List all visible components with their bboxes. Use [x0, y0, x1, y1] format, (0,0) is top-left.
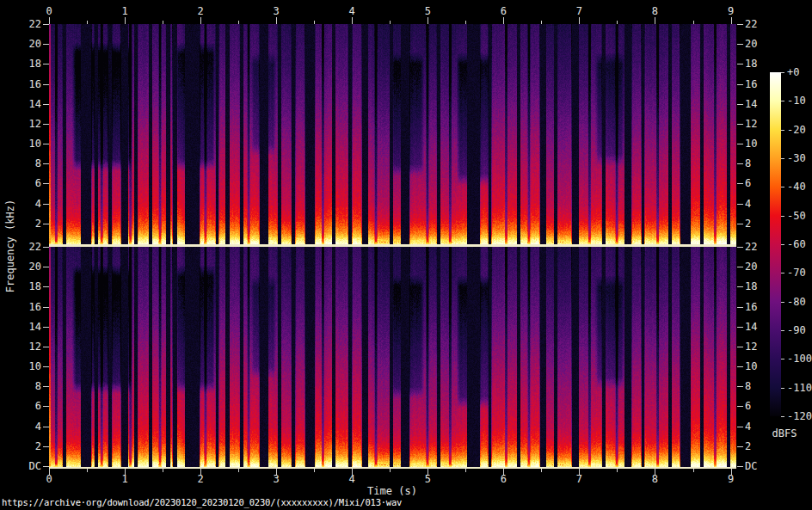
- freq-tick-left: [43, 124, 49, 125]
- colorbar-tick: [781, 101, 784, 101]
- time-tick-label-top: 6: [501, 5, 507, 17]
- freq-tick-label-left: 2: [15, 440, 41, 452]
- freq-tick-right: [737, 24, 743, 25]
- spectrogram-figure: 0011223344556677889922222020181816161414…: [0, 0, 812, 510]
- time-tick-label-bottom: 7: [576, 473, 582, 485]
- freq-tick-left: [43, 224, 49, 224]
- freq-tick-left: [43, 24, 49, 25]
- freq-tick-label-left: 18: [15, 280, 41, 292]
- freq-tick-right: [737, 427, 743, 427]
- freq-tick-label-left: 12: [15, 118, 41, 130]
- freq-tick-right: [737, 307, 743, 308]
- colorbar-tick-label: -70: [787, 267, 806, 279]
- freq-tick-label-right: 12: [745, 341, 757, 353]
- freq-tick-left: [43, 366, 49, 367]
- freq-tick-left: [43, 44, 49, 45]
- time-minor-tick-top: [390, 21, 391, 24]
- colorbar-gradient: [770, 72, 781, 416]
- time-minor-tick-bottom: [617, 469, 618, 472]
- freq-tick-label-right: 12: [745, 118, 757, 130]
- colorbar-tick: [781, 330, 784, 331]
- freq-tick-label-left: 18: [15, 58, 41, 70]
- colorbar-tick-label: -30: [787, 152, 806, 164]
- colorbar-tick-label: -40: [787, 181, 806, 193]
- freq-tick-left: [43, 286, 49, 287]
- freq-tick-right: [737, 144, 743, 144]
- freq-tick-label-right: 4: [745, 198, 751, 210]
- time-tick-label-top: 1: [121, 5, 127, 17]
- colorbar-tick: [781, 187, 784, 187]
- freq-tick-label-right: 6: [745, 177, 751, 189]
- file-url-caption: https;//archive·org/download/20230120_20…: [2, 497, 402, 507]
- spectrogram-right-channel: [49, 247, 736, 467]
- time-major-tick-top: [49, 17, 50, 24]
- colorbar-tick: [781, 359, 784, 359]
- freq-tick-left: [43, 427, 49, 427]
- time-minor-tick-top: [87, 21, 88, 24]
- time-tick-label-top: 7: [576, 5, 582, 17]
- time-tick-label-bottom: 3: [274, 473, 280, 485]
- time-major-tick-top: [503, 17, 504, 24]
- freq-tick-label-left: 16: [15, 78, 41, 90]
- time-minor-tick-top: [693, 21, 694, 24]
- colorbar-unit-label: dBFS: [772, 427, 797, 439]
- freq-tick-label-right: 8: [745, 157, 751, 169]
- freq-tick-label-left: 14: [15, 98, 41, 110]
- colorbar-tick-label: -110: [787, 382, 812, 394]
- freq-tick-label-left: 2: [15, 218, 41, 230]
- freq-tick-left: [43, 267, 49, 267]
- freq-tick-label-right: 14: [745, 321, 757, 333]
- colorbar-tick-label: +0: [787, 66, 799, 78]
- time-major-tick-top: [276, 17, 277, 24]
- time-major-tick-top: [428, 17, 428, 24]
- freq-tick-label-right: 20: [745, 38, 757, 50]
- colorbar-tick: [781, 244, 784, 245]
- freq-tick-label-right: 22: [745, 241, 757, 253]
- freq-tick-left: [43, 204, 49, 205]
- freq-tick-label-left: 12: [15, 341, 41, 353]
- colorbar-tick: [781, 388, 784, 389]
- freq-tick-left: [43, 307, 49, 308]
- time-minor-tick-top: [541, 21, 542, 24]
- freq-tick-label-left: DC: [15, 460, 41, 472]
- colorbar-tick-label: -20: [787, 124, 806, 136]
- time-minor-tick-bottom: [541, 469, 542, 472]
- freq-tick-right: [737, 44, 743, 45]
- time-minor-tick-top: [163, 21, 163, 24]
- freq-tick-left: [43, 64, 49, 65]
- freq-tick-right: [737, 163, 743, 164]
- freq-tick-right: [737, 267, 743, 267]
- channel-separator-line: [49, 244, 736, 247]
- time-minor-tick-top: [314, 21, 315, 24]
- freq-tick-right: [737, 104, 743, 105]
- time-tick-label-bottom: 2: [197, 473, 203, 485]
- time-tick-label-top: 8: [652, 5, 658, 17]
- freq-tick-left: [43, 347, 49, 347]
- freq-tick-right: [737, 466, 743, 467]
- time-minor-tick-bottom: [314, 469, 315, 472]
- freq-tick-right: [737, 247, 743, 248]
- freq-tick-label-left: 16: [15, 301, 41, 313]
- freq-tick-right: [737, 124, 743, 125]
- freq-tick-right: [737, 446, 743, 447]
- time-minor-tick-bottom: [693, 469, 694, 472]
- freq-tick-label-left: 10: [15, 360, 41, 372]
- time-tick-label-top: 2: [197, 5, 203, 17]
- freq-tick-left: [43, 104, 49, 105]
- freq-tick-label-right: 8: [745, 380, 751, 392]
- freq-tick-left: [43, 327, 49, 328]
- time-tick-label-bottom: 6: [501, 473, 507, 485]
- time-minor-tick-bottom: [465, 469, 466, 472]
- freq-tick-label-right: 10: [745, 360, 757, 372]
- freq-tick-left: [43, 183, 49, 184]
- colorbar-tick-label: -90: [787, 324, 806, 336]
- time-major-tick-top: [731, 17, 732, 24]
- colorbar-tick: [781, 72, 784, 73]
- time-minor-tick-top: [465, 21, 466, 24]
- y-axis-title: Frequency (kHz): [4, 200, 16, 292]
- freq-tick-right: [737, 386, 743, 387]
- freq-tick-label-left: 10: [15, 138, 41, 150]
- time-tick-label-bottom: 1: [121, 473, 127, 485]
- time-tick-label-bottom: 8: [652, 473, 658, 485]
- freq-tick-label-left: 6: [15, 400, 41, 412]
